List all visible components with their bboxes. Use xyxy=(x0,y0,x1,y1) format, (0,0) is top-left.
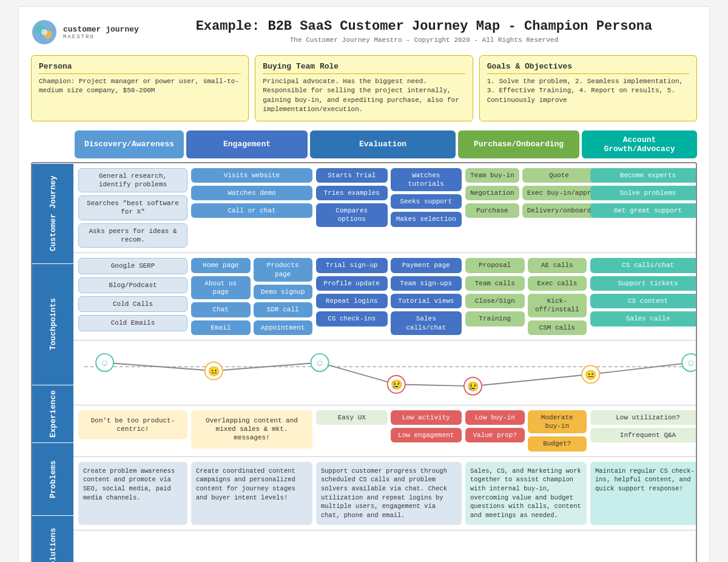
experience-chart: ☺ 😐 ☺ 😢 😢 😐 xyxy=(78,345,697,397)
svg-text:😐: 😐 xyxy=(585,368,597,381)
journey-purchase: Team buy-in Negotiation Purchase Quote E… xyxy=(465,168,587,248)
journey-purchase-r3: Delivery/onboard xyxy=(522,203,596,218)
buying-team-box: Buying Team Role Principal advocate. Has… xyxy=(255,55,473,121)
journey-discovery-3: Asks peers for ideas & recom. xyxy=(78,223,187,248)
touch-pur-l3: Close/Sign xyxy=(465,294,525,308)
touch-eval-r1: Payment page xyxy=(391,258,462,273)
journey-purchase-l1: Team buy-in xyxy=(465,168,519,183)
header-title: Example: B2B SaaS Customer Journey Map -… xyxy=(151,19,697,44)
svg-text:😐: 😐 xyxy=(208,365,220,377)
buying-team-content: Principal advocate. Has the biggest need… xyxy=(263,77,465,115)
touch-eng-r4: Appointment xyxy=(254,320,313,335)
row-label-experience: Experience xyxy=(32,385,73,442)
touchpoints-grid: Google SERP Blog/Podcast Cold Calls Cold… xyxy=(78,258,697,334)
journey-eval-r1: Watches tutorials xyxy=(391,168,462,192)
stage-engagement: Engagement xyxy=(186,130,308,158)
sol-evaluation: Support customer progress through schedu… xyxy=(316,462,462,525)
buying-team-title: Buying Team Role xyxy=(263,62,465,74)
header: customer journey MAESTRO Example: B2B Sa… xyxy=(31,19,697,46)
touch-pur-l1: Proposal xyxy=(465,258,525,273)
page-wrapper: customer journey MAESTRO Example: B2B Sa… xyxy=(18,6,710,562)
touchpoints-section: Google SERP Blog/Podcast Cold Calls Cold… xyxy=(73,253,697,340)
journey-advocacy-2: Solve problems xyxy=(590,186,697,200)
touch-eval-l1: Trial sign-up xyxy=(316,258,388,273)
sol-advocacy: Maintain regular CS check-ins, helpful c… xyxy=(590,462,697,525)
touch-adv-2: Support tickets xyxy=(590,276,697,291)
logo-subtext: MAESTRO xyxy=(63,34,139,40)
journey-purchase-l3: Purchase xyxy=(465,203,519,218)
logo: customer journey MAESTRO xyxy=(31,19,139,46)
logo-text: customer journey xyxy=(63,25,139,35)
journey-grid: General research, identify problems Sear… xyxy=(78,168,697,248)
copyright: The Customer Journey Maestro - Copyright… xyxy=(151,36,697,44)
row-label-journey: Customer Journey xyxy=(32,163,73,263)
goals-content: 1. Solve the problem, 2. Seamless implem… xyxy=(487,77,689,105)
journey-discovery-2: Searches "best software for X" xyxy=(78,195,187,220)
svg-text:☺: ☺ xyxy=(317,358,322,369)
touch-eval-l3: Repeat logins xyxy=(316,294,388,308)
journey-advocacy-3: Get great support xyxy=(590,203,697,218)
prob-adv-2: Infrequent Q&A xyxy=(590,428,697,442)
prob-disc-1: Don't be too product-centric! xyxy=(78,410,187,440)
touch-eval-r3: Tutorial views xyxy=(391,294,462,308)
touch-engagement: Home page About us page Chat Email Produ… xyxy=(191,258,312,334)
customer-journey-section: General research, identify problems Sear… xyxy=(73,163,697,254)
touch-adv-1: CS calls/chat xyxy=(590,258,697,273)
sol-engagement: Create coordinated content campaigns and… xyxy=(191,462,312,525)
prob-pur-l2: Value prop? xyxy=(465,428,525,442)
journey-discovery: General research, identify problems Sear… xyxy=(78,168,187,248)
sol-purchase: Sales, CS, and Marketing work together t… xyxy=(465,462,587,525)
svg-text:☺: ☺ xyxy=(688,358,693,369)
stage-purchase: Purchase/Onboarding xyxy=(458,130,579,158)
stage-advocacy: Account Growth/Advocacy xyxy=(582,130,697,158)
touch-eng-r1: Products page xyxy=(254,258,313,282)
journey-eval-l1: Starts Trial xyxy=(316,168,388,183)
goals-title: Goals & Objectives xyxy=(487,62,689,74)
prob-advocacy: Low utilization? Infrequent Q&A xyxy=(590,410,697,452)
journey-eval-r3: Makes selection xyxy=(391,212,462,226)
persona-content: Champion: Project manager or power user,… xyxy=(39,77,241,96)
solutions-grid: Create problem awareness content and pro… xyxy=(78,462,697,525)
row-label-touchpoints: Touchpoints xyxy=(32,263,73,385)
svg-point-3 xyxy=(41,29,47,35)
touch-eval-r4: Sales calls/chat xyxy=(391,311,462,335)
content-col: General research, identify problems Sear… xyxy=(73,163,697,562)
journey-engagement: Visits website Watches demo Call or chat xyxy=(191,168,312,248)
journey-advocacy: Become experts Solve problems Get great … xyxy=(590,168,697,248)
svg-text:☺: ☺ xyxy=(102,358,107,369)
svg-text:😢: 😢 xyxy=(467,381,479,393)
prob-engagement: Overlapping content and mixed sales & mk… xyxy=(191,410,312,452)
touch-disc-3: Cold Calls xyxy=(78,296,187,312)
touch-evaluation: Trial sign-up Profile update Repeat logi… xyxy=(316,258,462,334)
prob-pur-r1: Moderate buy-in xyxy=(528,410,587,434)
journey-engagement-1: Visits website xyxy=(191,168,312,183)
touch-purchase: Proposal Team calls Close/Sign Training … xyxy=(465,258,587,334)
prob-eng-1: Overlapping content and mixed sales & mk… xyxy=(191,410,312,449)
svg-text:😢: 😢 xyxy=(391,379,403,391)
journey-eval-l3: Compares options xyxy=(316,203,388,227)
problems-section: Don't be too product-centric! Overlappin… xyxy=(73,405,697,457)
stage-discovery: Discovery/Awareness xyxy=(75,130,184,158)
journey-purchase-r2: Exec buy-in/appr xyxy=(522,186,596,200)
touch-adv-4: Sales calls xyxy=(590,311,697,326)
touch-pur-r2: Exec calls xyxy=(528,276,587,291)
touch-eval-l2: Profile update xyxy=(316,276,388,291)
journey-discovery-1: General research, identify problems xyxy=(78,168,187,193)
touch-eng-l4: Email xyxy=(191,320,251,335)
row-label-solutions: Solutions xyxy=(32,515,73,562)
row-label-problems: Problems xyxy=(32,442,73,515)
problems-grid: Don't be too product-centric! Overlappin… xyxy=(78,410,697,452)
touch-pur-l4: Training xyxy=(465,311,525,326)
touch-eng-l1: Home page xyxy=(191,258,251,273)
stage-evaluation: Evaluation xyxy=(310,130,456,158)
prob-pur-r2: Budget? xyxy=(528,436,587,451)
stage-header-empty xyxy=(31,130,72,158)
touch-eval-r2: Team sign-ups xyxy=(391,276,462,291)
prob-adv-1: Low utilization? xyxy=(590,410,697,425)
touch-eng-r2: Demo signup xyxy=(254,285,313,299)
touch-adv-3: CS content xyxy=(590,294,697,308)
touch-discovery: Google SERP Blog/Podcast Cold Calls Cold… xyxy=(78,258,187,334)
main-title: Example: B2B SaaS Customer Journey Map -… xyxy=(151,19,697,34)
touch-eng-l3: Chat xyxy=(191,302,251,317)
stage-headers: Discovery/Awareness Engagement Evaluatio… xyxy=(31,130,697,158)
